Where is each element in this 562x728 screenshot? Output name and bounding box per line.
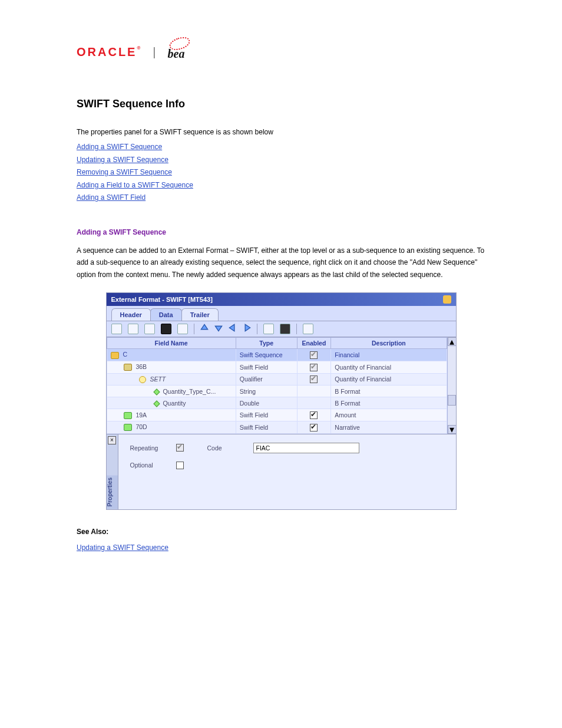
toolbar-copy-icon[interactable]: [144, 324, 155, 334]
field-name-text: 36B: [134, 363, 147, 370]
window-title-bar: External Format - SWIFT [MT543]: [107, 293, 456, 306]
section-paragraph: A sequence can be added to an External F…: [77, 245, 485, 281]
field-description-text: Amount: [331, 409, 447, 421]
toolbar-properties-icon[interactable]: [303, 324, 313, 334]
enabled-cell: [297, 386, 331, 397]
toolbar-left-icon[interactable]: [229, 324, 237, 334]
page-title: SWIFT Sequence Info: [77, 98, 485, 110]
table-row[interactable]: 36BSwift FieldQuantity of Financial: [107, 361, 447, 373]
col-description: Description: [331, 338, 447, 349]
field-type-text: Double: [236, 397, 297, 409]
topic-links: Adding a SWIFT Sequence Updating a SWIFT…: [77, 141, 485, 205]
enabled-cell: [297, 421, 331, 434]
field-type-text: String: [236, 386, 297, 397]
tab-header[interactable]: Header: [111, 308, 151, 321]
prop-repeating-checkbox[interactable]: [176, 444, 184, 452]
properties-tab-label[interactable]: Properties: [107, 475, 118, 509]
table-row[interactable]: CSwift SequenceFinancial: [107, 349, 447, 361]
enabled-cell: [297, 361, 331, 373]
enabled-checkbox[interactable]: [310, 364, 318, 371]
toolbar-up-icon[interactable]: [200, 324, 209, 334]
toolbar-right-icon[interactable]: [243, 324, 251, 334]
field-type-text: Swift Sequence: [236, 349, 297, 361]
tab-data[interactable]: Data: [150, 308, 182, 321]
table-row[interactable]: SETTQualifierQuantity of Financial: [107, 373, 447, 386]
tab-trailer[interactable]: Trailer: [181, 308, 219, 321]
field-name-text: 19A: [134, 411, 147, 419]
col-type: Type: [236, 338, 297, 349]
toolbar-divider-1: [194, 324, 194, 334]
enabled-checkbox[interactable]: [310, 351, 318, 359]
field-description-text: B Format: [331, 386, 447, 397]
link-add-sequence[interactable]: Adding a SWIFT Sequence: [77, 143, 162, 151]
table-row[interactable]: 70DSwift FieldNarrative: [107, 421, 447, 434]
window-menu-icon[interactable]: [443, 295, 451, 304]
prop-repeating-label: Repeating: [130, 444, 167, 452]
toolbar-tree-icon[interactable]: [263, 324, 274, 334]
logo-row: ORACLE® | bea: [77, 41, 485, 62]
fields-table: Field Name Type Enabled Description CSwi…: [107, 337, 447, 434]
field-type-text: Qualifier: [236, 373, 297, 386]
intro-text: The properties panel for a SWIFT sequenc…: [77, 128, 485, 136]
properties-close-icon[interactable]: ×: [108, 436, 116, 444]
toolbar-table-icon[interactable]: [128, 324, 138, 334]
toolbar-down-icon[interactable]: [214, 324, 223, 334]
enabled-checkbox[interactable]: [310, 424, 318, 431]
see-also-links: Updating a SWIFT Sequence: [77, 542, 485, 552]
green-icon: [124, 424, 132, 431]
field-type-text: Swift Field: [236, 361, 297, 373]
scroll-thumb[interactable]: [448, 395, 456, 406]
field-name-text: Quantity_Type_C...: [161, 388, 216, 395]
table-row[interactable]: 19ASwift FieldAmount: [107, 409, 447, 421]
diamond-icon: [153, 388, 160, 395]
enabled-checkbox[interactable]: [310, 375, 318, 383]
vertical-scrollbar[interactable]: ▴ ▾: [447, 337, 456, 434]
prop-optional-label: Optional: [130, 462, 167, 469]
enabled-checkbox[interactable]: [310, 411, 318, 419]
link-update-sequence[interactable]: Updating a SWIFT Sequence: [77, 156, 168, 164]
link-add-swift-field[interactable]: Adding a SWIFT Field: [77, 193, 146, 202]
field-name-text: 70D: [134, 423, 147, 430]
toolbar-divider-2: [257, 324, 257, 334]
field-name-text: Quantity: [161, 400, 186, 407]
field-description-text: Financial: [331, 349, 447, 361]
envelope-icon: [124, 364, 132, 371]
qmark-icon: [139, 376, 146, 383]
toolbar-divider-3: [296, 324, 297, 334]
see-also-heading: See Also:: [77, 528, 485, 536]
external-format-window: External Format - SWIFT [MT543] Header D…: [106, 292, 457, 510]
toolbar-delete-icon[interactable]: [177, 324, 188, 334]
table-row[interactable]: Quantity_Type_C...StringB Format: [107, 386, 447, 397]
prop-code-label: Code: [207, 444, 244, 452]
field-name-text: C: [121, 351, 128, 358]
scroll-up-icon[interactable]: ▴: [448, 337, 457, 346]
oracle-logo: ORACLE®: [77, 45, 142, 59]
toolbar-list-icon[interactable]: [280, 324, 290, 334]
link-update-sequence-2[interactable]: Updating a SWIFT Sequence: [77, 543, 168, 552]
logo-separator: |: [153, 45, 156, 59]
tabs-row: Header Data Trailer: [107, 306, 456, 321]
green-icon: [124, 412, 132, 419]
prop-code-input[interactable]: [253, 443, 359, 453]
table-row[interactable]: QuantityDoubleB Format: [107, 397, 447, 409]
toolbar-edit-icon[interactable]: [161, 324, 171, 334]
field-type-text: Swift Field: [236, 421, 297, 434]
link-remove-sequence[interactable]: Removing a SWIFT Sequence: [77, 168, 172, 176]
field-description-text: Narrative: [331, 421, 447, 434]
enabled-cell: [297, 373, 331, 386]
enabled-cell: [297, 349, 331, 361]
col-field-name: Field Name: [107, 338, 236, 349]
col-enabled: Enabled: [297, 338, 331, 349]
field-description-text: B Format: [331, 397, 447, 409]
scroll-down-icon[interactable]: ▾: [448, 425, 457, 434]
folder-icon: [111, 352, 119, 359]
bea-logo: bea: [167, 41, 195, 62]
window-title-text: External Format - SWIFT [MT543]: [111, 296, 213, 303]
properties-panel: × Properties Repeating Code Optional: [107, 434, 456, 509]
toolbar-grid-icon[interactable]: [111, 324, 122, 334]
prop-optional-checkbox[interactable]: [176, 462, 184, 469]
link-add-field-to-sequence[interactable]: Adding a Field to a SWIFT Sequence: [77, 181, 193, 189]
field-type-text: Swift Field: [236, 409, 297, 421]
toolbar: [107, 321, 456, 337]
enabled-cell: [297, 397, 331, 409]
